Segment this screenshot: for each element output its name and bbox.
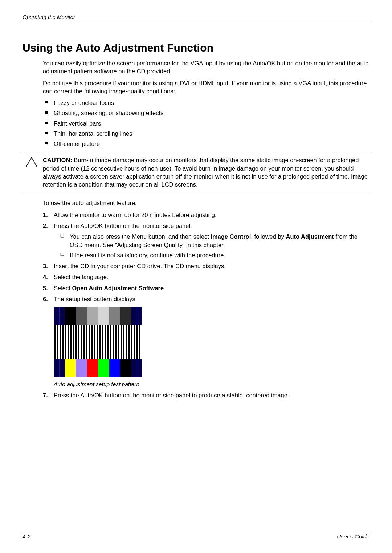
- steps-list: Allow the monitor to warm up for 20 minu…: [43, 211, 369, 303]
- figure-caption: Auto adjustment setup test pattern: [54, 381, 142, 388]
- step-3: Insert the CD in your computer CD drive.…: [43, 262, 369, 270]
- list-item: Fuzzy or unclear focus: [43, 99, 369, 107]
- running-header: Operating the Monitor: [23, 14, 369, 21]
- test-pattern-image: [54, 307, 142, 377]
- list-item: Thin, horizontal scrolling lines: [43, 130, 369, 138]
- step-1: Allow the monitor to warm up for 20 minu…: [43, 211, 369, 219]
- bold-text: Open Auto Adjustment Software: [72, 285, 164, 291]
- list-item: Faint vertical bars: [43, 119, 369, 127]
- step-2a: You can also press the Menu button, and …: [60, 233, 369, 249]
- page-footer: 4-2 User’s Guide: [23, 532, 369, 540]
- list-item: Ghosting, streaking, or shadowing effect…: [43, 109, 369, 117]
- step-5: Select Open Auto Adjustment Software.: [43, 284, 369, 292]
- caution-body: Burn-in image damage may occur on monito…: [43, 157, 368, 188]
- text: .: [164, 285, 166, 291]
- text: You can also press the Menu button, and …: [70, 233, 211, 240]
- test-pattern-figure: Auto adjustment setup test pattern: [54, 307, 142, 388]
- body-content: You can easily optimize the screen perfo…: [43, 59, 369, 399]
- page-number: 4-2: [23, 533, 30, 540]
- caution-label: CAUTION:: [43, 157, 72, 163]
- step-2-sublist: You can also press the Menu button, and …: [60, 233, 369, 259]
- step-2b: If the result is not satisfactory, conti…: [60, 251, 369, 259]
- step-6: The setup test pattern displays.: [43, 295, 369, 303]
- header-section-title: Operating the Monitor: [23, 14, 75, 20]
- conditions-list: Fuzzy or unclear focus Ghosting, streaki…: [43, 99, 369, 148]
- text: , followed by: [251, 233, 286, 240]
- intro-paragraph-1: You can easily optimize the screen perfo…: [43, 59, 369, 75]
- intro-paragraph-2: Do not use this procedure if your monito…: [43, 79, 369, 95]
- page: Operating the Monitor Using the Auto Adj…: [0, 0, 392, 553]
- bold-text: Auto Adjustment: [286, 233, 334, 240]
- steps-list-cont: Press the Auto/OK button on the monitor …: [43, 391, 369, 399]
- caution-triangle-icon: [23, 156, 41, 188]
- step-2: Press the Auto/OK button on the monitor …: [43, 222, 369, 259]
- step-2-text: Press the Auto/OK button on the monitor …: [54, 222, 192, 229]
- caution-callout: CAUTION: Burn-in image damage may occur …: [23, 153, 369, 192]
- list-item: Off-center picture: [43, 140, 369, 148]
- caution-text: CAUTION: Burn-in image damage may occur …: [41, 156, 369, 188]
- step-4: Select the language.: [43, 273, 369, 281]
- text: Select: [54, 285, 72, 291]
- bold-text: Image Control: [211, 233, 251, 240]
- page-title: Using the Auto Adjustment Function: [23, 42, 369, 54]
- doc-title: User’s Guide: [337, 533, 369, 540]
- svg-marker-0: [26, 157, 37, 167]
- step-7: Press the Auto/OK button on the monitor …: [43, 391, 369, 399]
- use-intro: To use the auto adjustment feature:: [43, 199, 369, 207]
